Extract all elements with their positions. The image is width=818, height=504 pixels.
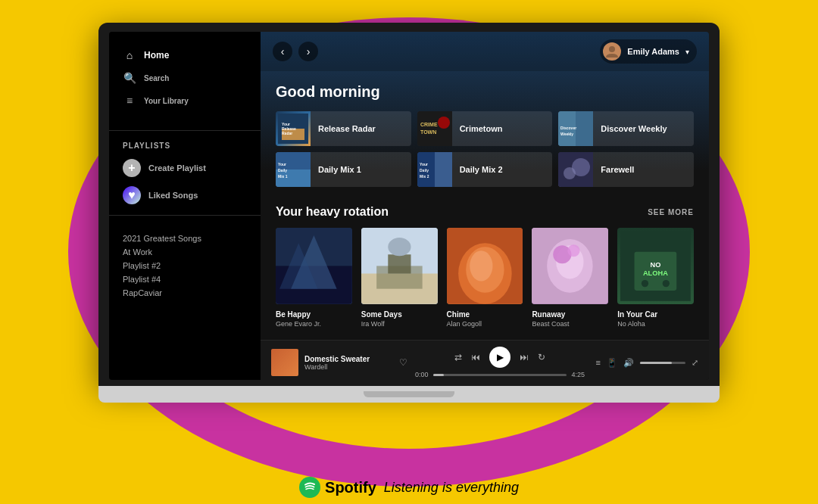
quick-pick-release-radar[interactable]: Your Release Radar Release Radar: [276, 111, 411, 146]
spotify-tagline: Listening is everything: [384, 480, 519, 496]
quick-pick-farewell[interactable]: Farewell: [558, 152, 694, 187]
see-more-button[interactable]: SEE MORE: [648, 208, 694, 216]
playlist-item[interactable]: 2021 Greatest Songs: [123, 234, 247, 243]
player-controls: ⇄ ⏮ ▶ ⏭ ↻ 0:00 4:25: [415, 347, 585, 378]
repeat-button[interactable]: ↻: [538, 352, 545, 362]
heart-icon: ♥: [123, 186, 141, 204]
some-days-artist: Ira Wolf: [361, 320, 438, 328]
now-playing-art: [271, 349, 298, 376]
fullscreen-button[interactable]: ⤢: [692, 358, 698, 368]
svg-point-0: [609, 46, 615, 52]
daily-mix-2-art: Your Daily Mix 2: [417, 152, 452, 187]
playlist-item[interactable]: At Work: [123, 247, 247, 257]
svg-point-52: [299, 477, 320, 498]
volume-button[interactable]: 🔊: [623, 358, 634, 368]
shuffle-button[interactable]: ⇄: [454, 352, 462, 362]
sidebar-item-library-label: Your Library: [144, 97, 189, 105]
album-card-in-your-car[interactable]: NO ALOHA In Your Car No Aloha: [617, 228, 694, 328]
svg-text:Mix 1: Mix 1: [278, 174, 288, 179]
like-button[interactable]: ♡: [399, 357, 407, 368]
track-artist: Wardell: [304, 363, 393, 371]
svg-point-27: [564, 167, 576, 179]
time-total: 4:25: [571, 371, 585, 378]
heavy-rotation-title: Your heavy rotation: [276, 205, 389, 219]
devices-button[interactable]: 📱: [607, 358, 617, 368]
album-card-be-happy[interactable]: Be Happy Gene Evaro Jr.: [276, 228, 352, 328]
runaway-title: Runaway: [532, 310, 608, 319]
in-your-car-title: In Your Car: [617, 310, 694, 319]
svg-text:Your: Your: [420, 162, 428, 166]
sidebar-item-home[interactable]: ⌂ Home: [115, 44, 254, 67]
discover-weekly-label: Discover Weekly: [593, 124, 674, 133]
content-area: Good morning Your: [261, 71, 709, 340]
laptop-base: [98, 386, 720, 403]
farewell-label: Farewell: [593, 165, 642, 174]
svg-point-36: [388, 238, 411, 256]
quick-pick-daily1[interactable]: Your Daily Mix 1 Daily Mix 1: [276, 152, 411, 187]
playlist-item[interactable]: Playlist #2: [123, 261, 247, 270]
track-title: Domestic Sweater: [304, 355, 393, 363]
svg-text:Weekly: Weekly: [560, 132, 573, 136]
crimetown-art: CRIME TOWN: [417, 111, 452, 146]
now-playing: Domestic Sweater Wardell ♡: [271, 349, 407, 376]
sidebar-item-search[interactable]: 🔍 Search: [115, 67, 254, 89]
daily-mix-1-label: Daily Mix 1: [311, 165, 369, 174]
liked-songs-action[interactable]: ♥ Liked Songs: [109, 182, 261, 209]
in-your-car-artist: No Aloha: [617, 320, 694, 328]
album-card-runaway[interactable]: Runaway Beast Coast: [532, 228, 608, 328]
album-card-some-days[interactable]: Some Days Ira Wolf: [361, 228, 438, 328]
prev-button[interactable]: ⏮: [471, 352, 480, 362]
svg-point-40: [470, 250, 492, 281]
sidebar-item-search-label: Search: [144, 74, 169, 82]
svg-text:Radar: Radar: [282, 131, 292, 135]
crimetown-label: Crimetown: [452, 124, 510, 133]
volume-fill: [640, 362, 672, 364]
volume-bar[interactable]: [640, 362, 685, 364]
svg-text:Your: Your: [278, 162, 286, 166]
playlists-section-title: PLAYLISTS: [109, 137, 261, 154]
create-playlist-action[interactable]: + Create Playlist: [109, 154, 261, 182]
in-your-car-art: NO ALOHA: [617, 228, 694, 304]
svg-point-51: [663, 280, 670, 287]
playlist-item[interactable]: RapCaviar: [123, 288, 247, 297]
release-radar-art: Your Release Radar: [276, 111, 311, 146]
quick-pick-daily2[interactable]: Your Daily Mix 2 Daily Mix 2: [417, 152, 553, 187]
svg-point-50: [642, 280, 648, 287]
create-playlist-label: Create Playlist: [148, 163, 206, 173]
svg-rect-21: [435, 152, 452, 187]
daily-mix-1-art: Your Daily Mix 1: [276, 152, 311, 187]
svg-text:Daily: Daily: [420, 168, 429, 173]
daily-mix-2-label: Daily Mix 2: [452, 165, 510, 174]
playlist-list: 2021 Greatest Songs At Work Playlist #2 …: [109, 228, 261, 303]
sidebar-nav: ⌂ Home 🔍 Search ≡ Your Library: [109, 44, 261, 112]
back-button[interactable]: ‹: [273, 42, 292, 61]
sidebar-divider-2: [109, 215, 261, 216]
app-screen: ⌂ Home 🔍 Search ≡ Your Library: [109, 32, 709, 380]
chime-artist: Alan Gogoll: [447, 320, 523, 328]
nav-buttons: ‹ ›: [273, 42, 318, 61]
svg-text:CRIME: CRIME: [420, 122, 438, 127]
now-playing-info: Domestic Sweater Wardell: [304, 355, 393, 371]
user-menu[interactable]: Emily Adams ▾: [600, 39, 697, 64]
progress-track[interactable]: [433, 374, 567, 376]
svg-point-10: [438, 117, 450, 129]
forward-button[interactable]: ›: [298, 42, 318, 61]
queue-button[interactable]: ≡: [596, 358, 601, 367]
playlist-item[interactable]: Playlist #4: [123, 275, 247, 284]
sidebar-item-library[interactable]: ≡ Your Library: [115, 89, 254, 112]
album-card-chime[interactable]: Chime Alan Gogoll: [447, 228, 523, 328]
play-button[interactable]: ▶: [489, 347, 510, 368]
quick-pick-discover[interactable]: Discover Weekly Discover Weekly: [558, 111, 694, 146]
svg-text:TOWN: TOWN: [420, 129, 436, 135]
quick-pick-crimetown[interactable]: CRIME TOWN Crimetown: [417, 111, 553, 146]
next-button[interactable]: ⏭: [520, 352, 529, 362]
svg-text:Mix 2: Mix 2: [420, 174, 429, 179]
spotify-icon: [299, 477, 320, 498]
svg-rect-35: [388, 254, 411, 273]
be-happy-artist: Gene Evaro Jr.: [276, 320, 352, 328]
svg-text:ALOHA: ALOHA: [643, 269, 668, 277]
runaway-artist: Beast Coast: [532, 320, 608, 328]
chime-art: [447, 228, 523, 304]
user-name: Emily Adams: [627, 47, 679, 56]
svg-point-45: [568, 244, 580, 257]
